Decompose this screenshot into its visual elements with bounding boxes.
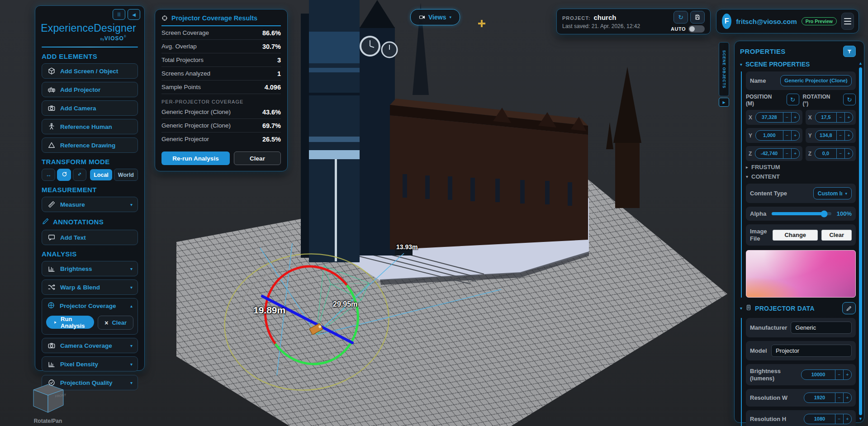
rotation-x-row: X 17,5−+: [806, 110, 856, 125]
content-section-header[interactable]: ▾ CONTENT: [746, 173, 856, 180]
logo-byline: ByVIOSO®: [42, 34, 126, 42]
decrement-button[interactable]: −: [836, 113, 844, 122]
rotation-z-row: Z 0,0−+: [806, 146, 856, 161]
camera-coverage-dropdown[interactable]: Camera Coverage ▾: [42, 338, 138, 353]
reference-drawing-button[interactable]: Reference Drawing: [42, 137, 138, 153]
result-value: 43.6%: [262, 109, 281, 116]
navigation-cube[interactable]: FRONT Rotate/Pan: [26, 380, 70, 424]
name-input[interactable]: Generic Projector (Clone): [780, 75, 852, 86]
projector-data-section-header[interactable]: PROJECTOR DATA: [755, 305, 815, 312]
move-mode-button[interactable]: ↔: [42, 169, 55, 181]
per-projector-row: Generic Projector 26.5%: [161, 133, 281, 146]
expand-scene-objects-button[interactable]: ▶: [719, 98, 729, 107]
clear-results-button[interactable]: Clear: [234, 151, 281, 165]
per-projector-row: Generic Projector (Clone) 69.7%: [161, 119, 281, 133]
decrement-button[interactable]: −: [836, 131, 844, 140]
brightness-input[interactable]: 10000: [802, 370, 835, 379]
rotation-x-input[interactable]: 17,5: [816, 113, 836, 122]
close-icon: ×: [104, 319, 108, 327]
scene-objects-tab[interactable]: SCENE OBJECTS: [719, 42, 729, 96]
scroll-down-icon[interactable]: ▼: [859, 417, 863, 421]
decrement-button[interactable]: −: [783, 131, 791, 140]
reset-position-button[interactable]: ↻: [787, 94, 799, 105]
panel-scrollbar[interactable]: [859, 67, 862, 415]
position-z-input[interactable]: -42,740: [755, 149, 783, 158]
image-preview[interactable]: [746, 250, 856, 298]
resolution-h-input[interactable]: 1080: [804, 414, 835, 424]
rerun-analysis-button[interactable]: Re-run Analysis: [161, 151, 230, 165]
reference-human-button[interactable]: Reference Human: [42, 119, 138, 134]
resolution-h-label: Resolution H: [750, 416, 786, 422]
position-y-input[interactable]: 1,000: [756, 131, 783, 140]
frustum-section-header[interactable]: ▸ FRUSTUM: [746, 164, 856, 170]
world-space-button[interactable]: World: [114, 169, 138, 181]
brightness-row: Brightness (lumens) 10000−+: [746, 364, 856, 385]
scale-mode-button[interactable]: [73, 169, 86, 181]
drag-handle-icon[interactable]: [113, 9, 125, 20]
edit-projector-data-button[interactable]: [842, 302, 856, 314]
add-projector-button[interactable]: Add Projector: [42, 82, 138, 97]
increment-button[interactable]: +: [844, 131, 853, 140]
change-image-button[interactable]: Change: [773, 230, 818, 241]
increment-button[interactable]: +: [844, 149, 853, 158]
menu-button[interactable]: [841, 13, 854, 30]
rotate-mode-button[interactable]: [57, 169, 71, 181]
increment-button[interactable]: +: [844, 113, 853, 122]
slider-thumb[interactable]: [821, 210, 827, 217]
decrement-button[interactable]: −: [783, 149, 791, 158]
decrement-button[interactable]: −: [783, 113, 791, 122]
model-input[interactable]: Projector: [771, 345, 852, 357]
clear-analysis-button[interactable]: × Clear: [98, 316, 133, 330]
decrement-button[interactable]: −: [835, 393, 843, 402]
chevron-down-icon: ▾: [740, 62, 742, 67]
rotation-z-input[interactable]: 0,0: [815, 149, 836, 158]
add-camera-button[interactable]: Add Camera: [42, 100, 138, 116]
button-label: Reference Human: [60, 123, 112, 130]
increment-button[interactable]: +: [843, 414, 851, 424]
decrement-button[interactable]: −: [835, 414, 843, 424]
increment-button[interactable]: +: [791, 131, 799, 140]
position-x-input[interactable]: 37,328: [756, 113, 783, 122]
add-screen-object-button[interactable]: Add Screen / Object: [42, 63, 138, 79]
position-label: POSITION (M): [746, 94, 778, 107]
alpha-row: Alpha 100%: [746, 207, 856, 221]
add-text-button[interactable]: Add Text: [42, 230, 138, 245]
floppy-icon: [694, 14, 701, 20]
rotate-icon: [61, 171, 67, 179]
collapse-sidebar-button[interactable]: ◀: [128, 9, 140, 20]
user-email[interactable]: fritsch@vioso.com: [736, 18, 797, 25]
content-type-label: Content Type: [750, 190, 787, 197]
increment-button[interactable]: +: [843, 370, 851, 379]
run-analysis-button[interactable]: Run Analysis: [46, 316, 94, 329]
resolution-w-input[interactable]: 1920: [804, 393, 835, 402]
reset-rotation-button[interactable]: ↻: [843, 94, 856, 105]
alpha-slider[interactable]: [772, 212, 831, 215]
projector-coverage-dropdown[interactable]: Projector Coverage ▴: [42, 298, 138, 313]
increment-button[interactable]: +: [791, 149, 799, 158]
result-label: Screens Analyzed: [161, 70, 210, 77]
auto-save-toggle[interactable]: [688, 25, 705, 33]
decrement-button[interactable]: −: [835, 370, 843, 379]
views-dropdown[interactable]: Views ▾: [410, 9, 460, 25]
axis-label: Y: [749, 133, 752, 139]
scene-properties-section-header[interactable]: ▾ SCENE PROPERTIES: [740, 61, 856, 68]
rotation-y-input[interactable]: 134,8: [816, 131, 836, 140]
local-space-button[interactable]: Local: [90, 169, 112, 180]
clear-image-button[interactable]: Clear: [821, 230, 852, 241]
rotation-y-row: Y 134,8−+: [806, 128, 856, 143]
save-project-button[interactable]: [690, 11, 705, 24]
manufacturer-input[interactable]: Generic: [791, 322, 852, 334]
content-type-select[interactable]: Custom Iı ▾: [813, 187, 852, 199]
warp-blend-dropdown[interactable]: Warp & Blend ▾: [42, 279, 138, 295]
target-icon: [47, 301, 55, 311]
increment-button[interactable]: +: [791, 113, 799, 122]
pixel-density-dropdown[interactable]: Pixel Density ▾: [42, 356, 138, 372]
reload-project-button[interactable]: ↻: [674, 11, 688, 24]
decrement-button[interactable]: −: [836, 149, 844, 158]
filter-properties-button[interactable]: [843, 46, 856, 57]
measure-dropdown[interactable]: Measure ▾: [42, 197, 138, 212]
brightness-dropdown[interactable]: Brightness ▾: [42, 261, 138, 276]
scroll-up-icon[interactable]: ▲: [859, 61, 863, 66]
avatar[interactable]: F: [722, 14, 731, 29]
increment-button[interactable]: +: [843, 393, 851, 402]
